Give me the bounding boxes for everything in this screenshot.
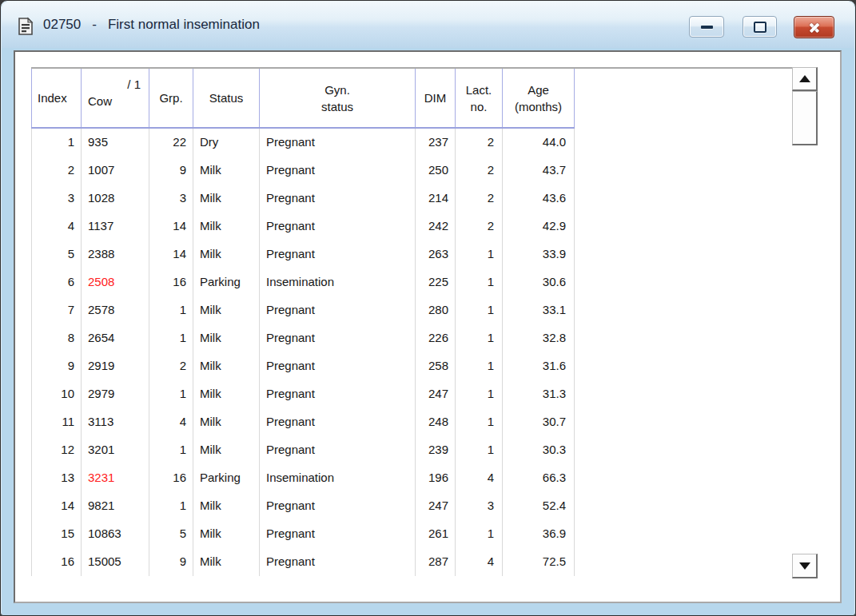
cell-lactation: 4 — [455, 548, 502, 576]
table-row[interactable]: 12 3201 1 Milk Pregnant 239 1 30.3 — [31, 436, 575, 464]
cell-dim: 287 — [415, 548, 455, 576]
cell-age: 42.9 — [502, 213, 575, 240]
cell-status: Milk — [193, 240, 259, 268]
cell-gyn-status: Pregnant — [259, 129, 415, 157]
minimize-icon — [701, 26, 713, 29]
cell-group: 1 — [149, 296, 193, 324]
header-cell-dim[interactable]: DIM — [415, 69, 455, 127]
table-row[interactable]: 16 15005 9 Milk Pregnant 287 4 72.5 — [31, 548, 575, 576]
cell-group: 22 — [149, 129, 193, 157]
cell-cow: 2388 — [81, 240, 149, 268]
cell-index: 12 — [31, 436, 81, 464]
table-row[interactable]: 2 1007 9 Milk Pregnant 250 2 43.7 — [31, 157, 575, 185]
scroll-up-button[interactable] — [792, 67, 818, 91]
close-button[interactable] — [794, 16, 834, 38]
cell-cow: 3113 — [81, 408, 149, 436]
maximize-icon — [754, 22, 766, 33]
cell-group: 16 — [149, 464, 193, 492]
cell-dim: 237 — [415, 129, 455, 157]
titlebar[interactable]: 02750 - First normal insemination — [2, 2, 854, 48]
cell-dim: 239 — [415, 436, 455, 464]
cell-gyn-status: Pregnant — [259, 185, 415, 213]
table-row[interactable]: 3 1028 3 Milk Pregnant 214 2 43.6 — [31, 185, 575, 213]
cell-age: 52.4 — [502, 492, 575, 520]
table-row[interactable]: 5 2388 14 Milk Pregnant 263 1 33.9 — [31, 240, 575, 268]
cell-group: 4 — [149, 408, 193, 436]
cell-gyn-status: Pregnant — [259, 380, 415, 408]
cell-cow: 2508 — [81, 268, 149, 296]
cell-cow: 10863 — [81, 520, 149, 548]
header-cell-gyn-status[interactable]: Gyn. status — [259, 69, 415, 127]
table-row[interactable]: 6 2508 16 Parking Insemination 225 1 30.… — [31, 268, 575, 296]
table-row[interactable]: 4 1137 14 Milk Pregnant 242 2 42.9 — [31, 213, 575, 240]
cell-gyn-status: Pregnant — [259, 324, 415, 352]
table-row[interactable]: 9 2919 2 Milk Pregnant 258 1 31.6 — [31, 352, 575, 380]
cell-cow: 3201 — [81, 436, 149, 464]
cell-gyn-status: Pregnant — [259, 492, 415, 520]
cell-cow: 15005 — [81, 548, 149, 576]
header-cell-cow[interactable]: / 1 Cow — [81, 69, 149, 127]
maximize-button[interactable] — [743, 16, 777, 38]
down-arrow-icon — [799, 562, 810, 570]
cell-lactation: 3 — [455, 492, 502, 520]
cell-gyn-status: Pregnant — [259, 157, 415, 185]
cell-status: Parking — [193, 464, 259, 492]
header-cell-lactation-no[interactable]: Lact. no. — [455, 69, 502, 127]
cell-index: 7 — [31, 296, 81, 324]
cell-lactation: 2 — [455, 129, 502, 157]
table-header: Index / 1 Cow Grp. Status Gyn. status DI — [31, 69, 575, 129]
cell-age: 72.5 — [502, 548, 575, 576]
cell-index: 13 — [31, 464, 81, 492]
table-row[interactable]: 15 10863 5 Milk Pregnant 261 1 36.9 — [31, 520, 575, 548]
cell-index: 14 — [31, 492, 81, 520]
scroll-down-button[interactable] — [792, 554, 818, 578]
cell-lactation: 2 — [455, 185, 502, 213]
table-row[interactable]: 14 9821 1 Milk Pregnant 247 3 52.4 — [31, 492, 575, 520]
table-row[interactable]: 1 935 22 Dry Pregnant 237 2 44.0 — [31, 129, 575, 157]
cell-age: 33.1 — [502, 296, 575, 324]
cell-dim: 226 — [415, 324, 455, 352]
cell-age: 66.3 — [502, 464, 575, 492]
cell-cow: 1007 — [81, 157, 149, 185]
title-code: 02750 — [43, 17, 81, 33]
table-row[interactable]: 8 2654 1 Milk Pregnant 226 1 32.8 — [31, 324, 575, 352]
table-row[interactable]: 7 2578 1 Milk Pregnant 280 1 33.1 — [31, 296, 575, 324]
cell-index: 9 — [31, 352, 81, 380]
cell-group: 16 — [149, 268, 193, 296]
cell-index: 4 — [31, 213, 81, 240]
cell-dim: 258 — [415, 352, 455, 380]
cell-index: 1 — [31, 129, 81, 157]
cell-cow: 9821 — [81, 492, 149, 520]
cell-dim: 280 — [415, 296, 455, 324]
cell-status: Milk — [193, 324, 259, 352]
minimize-button[interactable] — [689, 16, 724, 38]
table-row[interactable]: 13 3231 16 Parking Insemination 196 4 66… — [31, 464, 575, 492]
cell-group: 5 — [149, 520, 193, 548]
table-row[interactable]: 11 3113 4 Milk Pregnant 248 1 30.7 — [31, 408, 575, 436]
table-row[interactable]: 10 2979 1 Milk Pregnant 247 1 31.3 — [31, 380, 575, 408]
cell-lactation: 1 — [455, 520, 502, 548]
cell-status: Milk — [193, 492, 259, 520]
header-cell-age-months[interactable]: Age (months) — [502, 69, 575, 127]
title-name: First normal insemination — [108, 17, 260, 33]
cell-lactation: 1 — [455, 240, 502, 268]
app-window: 02750 - First normal insemination Index … — [0, 0, 856, 616]
scrollbar-thumb[interactable] — [792, 91, 818, 145]
cell-group: 2 — [149, 352, 193, 380]
cell-age: 43.7 — [502, 157, 575, 185]
vertical-scrollbar[interactable] — [792, 67, 818, 578]
header-cell-status[interactable]: Status — [193, 69, 259, 127]
cell-cow: 1137 — [81, 213, 149, 240]
cell-cow: 3231 — [81, 464, 149, 492]
cell-group: 1 — [149, 324, 193, 352]
report-document-icon — [16, 17, 35, 36]
cell-lactation: 1 — [455, 268, 502, 296]
cell-lactation: 1 — [455, 408, 502, 436]
cell-status: Milk — [193, 352, 259, 380]
cell-dim: 247 — [415, 380, 455, 408]
header-cell-index[interactable]: Index — [31, 69, 81, 127]
header-cell-group[interactable]: Grp. — [149, 69, 193, 127]
cell-status: Parking — [193, 268, 259, 296]
cell-index: 11 — [31, 408, 81, 436]
close-icon — [808, 21, 821, 34]
